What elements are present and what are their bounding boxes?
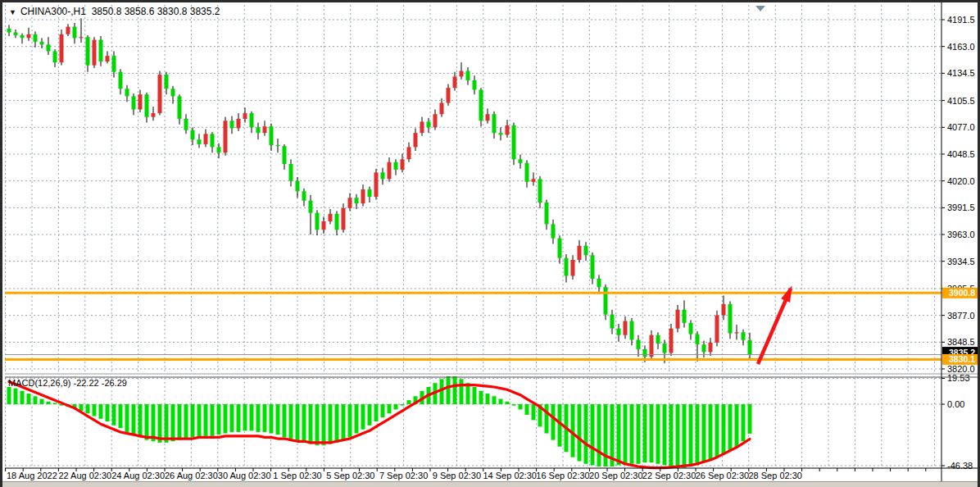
candle-body	[604, 287, 608, 314]
macd-histogram-bar	[388, 404, 392, 413]
candle-body	[283, 146, 287, 164]
candle-body	[152, 113, 156, 117]
candle-body	[447, 88, 451, 102]
macd-histogram-bar	[112, 404, 116, 426]
candle-body	[178, 96, 182, 119]
candle-body	[453, 76, 457, 88]
indicator-label: MACD(12,26,9) -22.22 -26.29	[8, 378, 127, 388]
macd-histogram-bar	[270, 404, 274, 434]
candle-body	[66, 27, 70, 34]
chart-canvas[interactable]: 4191.54163.04134.54105.54077.04048.54020…	[2, 2, 980, 487]
candle-body	[302, 191, 306, 200]
macd-histogram-bar	[27, 394, 31, 404]
time-axis-label: 30 Aug 02:30	[218, 471, 271, 480]
macd-histogram-bar	[669, 404, 674, 467]
macd-histogram-bar	[315, 404, 320, 445]
macd-axis-label: 0.00	[947, 399, 964, 409]
candle-body	[34, 34, 38, 42]
candle-body	[696, 335, 700, 345]
macd-histogram-bar	[722, 404, 726, 454]
candle-body	[60, 34, 64, 62]
candle-body	[689, 323, 693, 335]
macd-histogram-bar	[551, 404, 556, 440]
candle-body	[610, 314, 615, 328]
macd-histogram-bar	[47, 402, 51, 404]
chart-background	[2, 2, 980, 487]
time-axis-label: 26 Aug 02:30	[165, 471, 218, 480]
candle-body	[368, 189, 372, 197]
macd-histogram-bar	[335, 404, 339, 443]
macd-histogram-bar	[309, 404, 313, 444]
candle-body	[315, 213, 320, 230]
time-axis-label: 5 Sep 02:30	[326, 471, 374, 480]
macd-histogram-bar	[578, 404, 582, 462]
candle-body	[427, 121, 431, 127]
macd-histogram-bar	[630, 404, 634, 464]
macd-histogram-bar	[40, 399, 44, 404]
candle-body	[165, 75, 169, 89]
macd-histogram-bar	[453, 376, 457, 404]
macd-histogram-bar	[256, 404, 261, 432]
candle-body	[728, 304, 733, 334]
candle-body	[597, 279, 601, 287]
macd-histogram-bar	[643, 404, 647, 462]
candle-body	[263, 126, 267, 133]
time-axis-label: 20 Sep 02:30	[589, 471, 642, 480]
macd-histogram-bar	[20, 391, 25, 404]
macd-histogram-bar	[624, 404, 628, 465]
macd-axis-label: -46.38	[947, 461, 973, 471]
macd-histogram-bar	[479, 391, 483, 404]
candle-body	[79, 37, 84, 38]
macd-histogram-bar	[394, 404, 398, 409]
symbol-period-label: CHINA300-,H1	[20, 6, 86, 17]
symbol-dropdown-icon[interactable]: ▼	[9, 8, 16, 16]
candle-body	[250, 113, 254, 127]
candle-body	[637, 339, 641, 348]
macd-histogram-bar	[663, 404, 667, 465]
macd-histogram-bar	[689, 404, 693, 467]
time-axis-label: 24 Aug 02:30	[111, 471, 165, 480]
candle-body	[414, 133, 418, 147]
macd-histogram-bar	[407, 400, 411, 404]
candle-body	[106, 56, 110, 61]
macd-histogram-bar	[728, 404, 733, 451]
candle-body	[519, 159, 523, 163]
macd-histogram-bar	[742, 404, 746, 441]
macd-histogram-bar	[191, 404, 195, 437]
macd-histogram-bar	[329, 404, 333, 444]
candle-body	[545, 203, 549, 224]
macd-histogram-bar	[93, 404, 97, 416]
candle-body	[709, 343, 713, 352]
macd-histogram-bar	[591, 404, 595, 465]
candle-body	[224, 121, 228, 152]
macd-histogram-bar	[519, 404, 523, 409]
price-axis-label: 3991.5	[947, 203, 975, 212]
candle-body	[73, 27, 77, 39]
candle-body	[742, 332, 746, 339]
macd-histogram-bar	[361, 404, 365, 430]
candle-body	[99, 40, 103, 61]
candle-body	[499, 133, 503, 134]
candle-body	[374, 172, 379, 197]
candle-body	[669, 329, 674, 353]
macd-histogram-bar	[296, 404, 300, 441]
macd-histogram-bar	[165, 404, 169, 443]
macd-histogram-bar	[486, 394, 490, 404]
candle-body	[86, 37, 90, 65]
macd-histogram-bar	[197, 404, 202, 437]
candle-body	[715, 316, 719, 343]
macd-histogram-bar	[637, 404, 641, 464]
candle-body	[466, 71, 470, 80]
candle-body	[112, 56, 116, 71]
candle-body	[145, 94, 149, 117]
candle-body	[433, 114, 438, 127]
candle-body	[158, 75, 162, 113]
macd-histogram-bar	[171, 404, 175, 441]
macd-histogram-bar	[676, 404, 680, 468]
macd-histogram-bar	[14, 389, 18, 404]
candle-body	[381, 172, 385, 179]
candle-body	[27, 34, 31, 39]
price-axis-label: 4191.5	[947, 15, 975, 25]
candle-body	[296, 181, 300, 192]
candle-body	[237, 119, 241, 128]
